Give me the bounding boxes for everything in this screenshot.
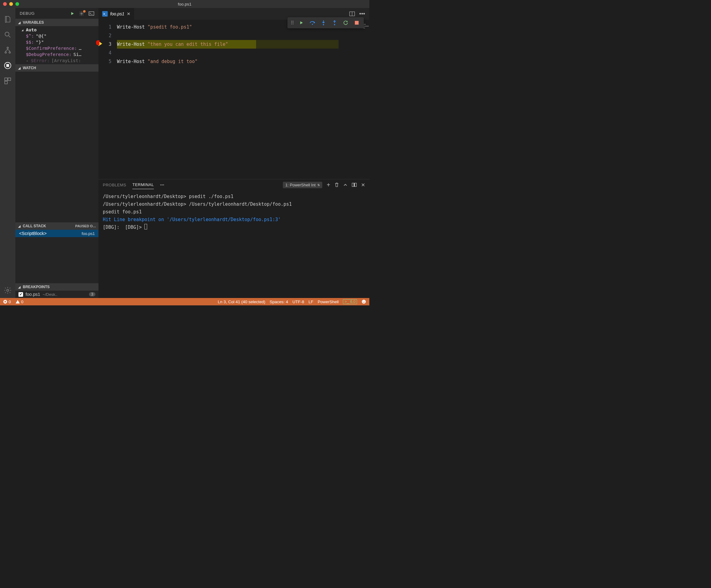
feedback-smiley-icon[interactable] — [361, 299, 366, 304]
svg-point-14 — [323, 24, 324, 25]
activity-bar — [0, 8, 15, 298]
svg-point-0 — [5, 32, 9, 36]
variable-row[interactable]: $ConfirmPreference: … — [15, 45, 99, 51]
variable-scope-auto[interactable]: ◢ Auto — [15, 27, 99, 33]
watch-section-header[interactable]: ◢ WATCH — [15, 64, 99, 72]
debug-config-gear-icon[interactable] — [79, 11, 84, 16]
titlebar: foo.ps1 — [0, 0, 369, 8]
svg-rect-11 — [89, 12, 94, 15]
svg-rect-16 — [355, 21, 359, 25]
svg-point-10 — [81, 13, 83, 14]
terminal-prompt-icon: >_ — [344, 299, 349, 304]
updown-icon: ⇅ — [317, 183, 320, 187]
restart-button[interactable] — [340, 19, 351, 27]
chevron-down-icon: ◢ — [18, 21, 21, 24]
chevron-down-icon: ◢ — [21, 28, 24, 32]
step-over-button[interactable] — [307, 19, 318, 27]
debug-icon[interactable] — [0, 58, 15, 73]
terminal-selector[interactable]: 1: PowerShell Int ⇅ — [283, 182, 322, 188]
debug-toolbar: ⠿ — [287, 17, 364, 28]
sidebar-title: DEBUG — [20, 11, 35, 16]
variable-row[interactable]: $^: "@{" — [15, 33, 99, 39]
variable-row[interactable]: ▸$Error: [ArrayList: — [15, 58, 99, 64]
svg-rect-8 — [5, 81, 7, 84]
svg-point-5 — [6, 64, 9, 67]
continue-button[interactable] — [296, 19, 306, 27]
code-editor[interactable]: 1 2 3 4 5 Write-Host "psedit foo.ps1" Wr… — [99, 20, 369, 179]
explorer-icon[interactable] — [0, 12, 15, 27]
code-content[interactable]: Write-Host "psedit foo.ps1" Write-Host "… — [117, 20, 351, 179]
split-editor-icon[interactable] — [349, 12, 355, 16]
svg-point-1 — [7, 47, 8, 49]
close-tab-icon[interactable]: ✕ — [127, 12, 130, 16]
svg-point-13 — [312, 24, 313, 25]
breakpoint-current-marker-icon[interactable] — [99, 40, 102, 49]
status-cursor[interactable]: Ln 3, Col 41 (40 selected) — [218, 299, 265, 304]
stop-button[interactable] — [351, 19, 362, 27]
close-panel-icon[interactable]: ✕ — [361, 182, 365, 188]
minimize-window-button[interactable] — [9, 2, 13, 6]
callstack-status: PAUSED O… — [75, 224, 96, 228]
chevron-down-icon: ◢ — [18, 225, 21, 228]
terminal-output[interactable]: /Users/tylerleonhardt/Desktop> psedit ./… — [99, 190, 369, 298]
variable-row[interactable]: $DebugPreference: Si… — [15, 51, 99, 58]
svg-point-21 — [364, 301, 365, 301]
svg-point-2 — [5, 52, 6, 53]
callstack-section-header[interactable]: ◢ CALL STACK PAUSED O… — [15, 222, 99, 230]
bottom-panel: PROBLEMS TERMINAL ••• 1: PowerShell Int … — [99, 179, 369, 298]
svg-point-9 — [7, 289, 9, 292]
status-eol[interactable]: LF — [308, 299, 313, 304]
split-terminal-icon[interactable] — [352, 183, 357, 187]
svg-point-15 — [334, 24, 335, 25]
svg-point-20 — [363, 301, 364, 301]
start-debug-icon[interactable] — [70, 12, 74, 16]
close-window-button[interactable] — [3, 2, 7, 6]
status-errors[interactable]: 0 — [3, 299, 11, 304]
powershell-file-icon: >_ — [102, 11, 108, 17]
tab-problems[interactable]: PROBLEMS — [103, 181, 126, 189]
kill-terminal-icon[interactable] — [335, 182, 339, 187]
new-terminal-icon[interactable]: + — [327, 181, 330, 188]
breakpoint-row[interactable]: ✓ foo.ps1 ~/Desk.. 3 — [15, 291, 99, 298]
debug-sidebar: DEBUG ◢ VARIABLES — [15, 8, 99, 298]
status-powershell-version[interactable]: >_ 6.0 — [343, 299, 357, 304]
variable-row[interactable]: $$: "}" — [15, 39, 99, 45]
scm-icon[interactable] — [0, 42, 15, 58]
tab-foo-ps1[interactable]: >_ foo.ps1 ✕ — [99, 8, 134, 20]
status-language[interactable]: PowerShell — [318, 299, 339, 304]
callstack-frame[interactable]: <ScriptBlock> foo.ps1 — [15, 230, 99, 237]
more-actions-icon[interactable]: ••• — [359, 11, 365, 17]
status-bar: 0 0 Ln 3, Col 41 (40 selected) Spaces: 4… — [0, 298, 369, 306]
tab-terminal[interactable]: TERMINAL — [132, 181, 154, 189]
chevron-right-icon: ▸ — [26, 59, 29, 63]
chevron-down-icon: ◢ — [18, 66, 21, 70]
svg-point-3 — [9, 52, 10, 53]
minimap[interactable] — [351, 20, 369, 179]
debug-console-icon[interactable] — [89, 12, 94, 16]
chevron-down-icon: ◢ — [18, 286, 21, 289]
panel-overflow-icon[interactable]: ••• — [160, 183, 164, 187]
variables-section-header[interactable]: ◢ VARIABLES — [15, 19, 99, 26]
extensions-icon[interactable] — [0, 73, 15, 89]
svg-point-19 — [362, 300, 366, 304]
checkbox-checked-icon[interactable]: ✓ — [19, 292, 23, 297]
status-warnings[interactable]: 0 — [15, 299, 24, 304]
svg-rect-6 — [5, 78, 7, 81]
maximize-panel-icon[interactable] — [343, 183, 347, 187]
status-encoding[interactable]: UTF-8 — [293, 299, 304, 304]
step-into-button[interactable] — [318, 19, 329, 27]
maximize-window-button[interactable] — [15, 2, 19, 6]
svg-rect-7 — [8, 78, 11, 81]
drag-handle-icon[interactable]: ⠿ — [289, 20, 296, 26]
window-title: foo.ps1 — [0, 2, 369, 6]
gear-icon[interactable] — [0, 282, 15, 298]
search-icon[interactable] — [0, 27, 15, 42]
status-indentation[interactable]: Spaces: 4 — [270, 299, 288, 304]
breakpoints-section-header[interactable]: ◢ BREAKPOINTS — [15, 283, 99, 291]
step-out-button[interactable] — [329, 19, 340, 27]
line-number-gutter: 1 2 3 4 5 — [99, 20, 117, 179]
